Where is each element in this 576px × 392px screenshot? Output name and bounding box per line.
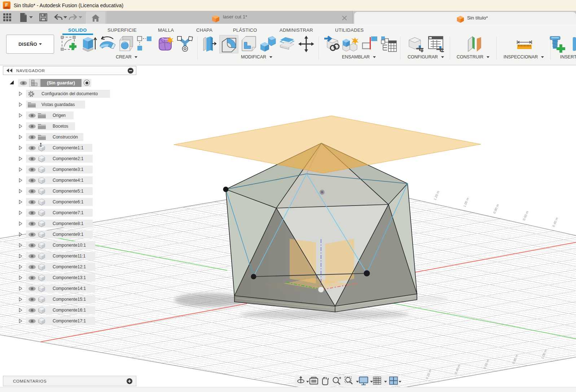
- svg-text:1.20 m: 1.20 m: [433, 190, 440, 201]
- svg-text:0.40 m: 0.40 m: [454, 364, 461, 374]
- svg-text:0.40 m: 0.40 m: [552, 217, 559, 227]
- svg-text:1.00 m: 1.00 m: [541, 349, 548, 359]
- svg-text:0.80 m: 0.80 m: [512, 354, 519, 364]
- svg-text:0.80 m: 0.80 m: [493, 203, 500, 214]
- svg-text:1.00 m: 1.00 m: [463, 197, 470, 207]
- svg-text:0.60 m: 0.60 m: [522, 210, 529, 221]
- svg-text:0.60 m: 0.60 m: [483, 359, 490, 369]
- svg-text:0.20 m: 0.20 m: [425, 369, 432, 379]
